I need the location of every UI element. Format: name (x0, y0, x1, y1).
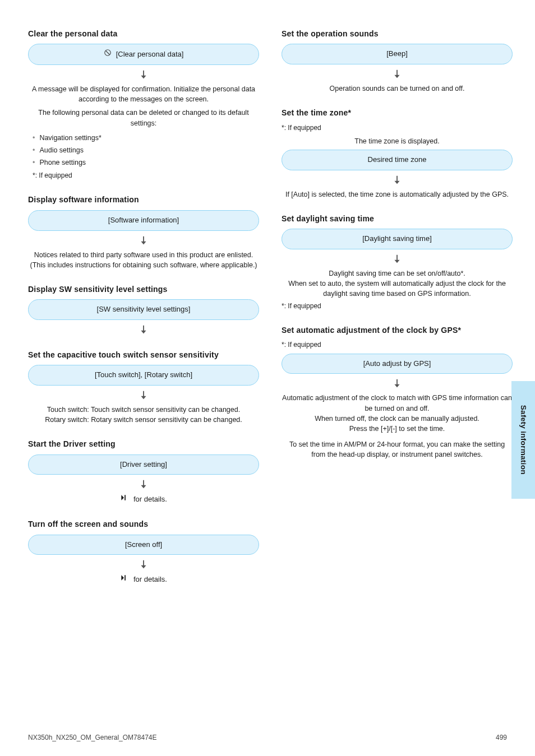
footer-doc-id: NX350h_NX250_OM_General_OM78474E (28, 733, 156, 743)
section-title: Display SW sensitivity level settings (28, 284, 259, 295)
section-screen-off: Turn off the screen and sounds [Screen o… (28, 518, 259, 585)
desc-text: Rotary switch: Rotary switch sensor sens… (28, 415, 259, 425)
desc-text: Operation sounds can be turned on and of… (282, 84, 513, 94)
arrow-down-icon (28, 558, 259, 571)
pill-label: [Driver setting] (120, 460, 167, 470)
pill-touch-rotary[interactable]: [Touch switch], [Rotary switch] (28, 365, 259, 386)
side-tab: Safety information (511, 381, 535, 499)
arrow-down-icon (282, 68, 513, 80)
pill-label: [Beep] (386, 49, 408, 59)
section-dst: Set daylight saving time [Daylight savin… (282, 213, 513, 311)
arrow-down-icon (282, 377, 513, 389)
list-item: •Audio settings (33, 144, 255, 156)
skip-text: for details. (133, 574, 167, 585)
page-body: Clear the personal data [Clear personal … (0, 0, 535, 615)
intro-text: The time zone is displayed. (282, 136, 513, 146)
footnote: *: If equipped (28, 171, 259, 180)
left-column: Clear the personal data [Clear personal … (28, 22, 259, 599)
section-gps-adjust: Set automatic adjustment of the clock by… (282, 324, 513, 460)
pill-clear-personal-data[interactable]: [Clear personal data] (28, 44, 259, 65)
arrow-down-icon (282, 253, 513, 265)
section-title: Set the time zone* (282, 107, 513, 118)
arrow-down-icon (28, 68, 259, 81)
pill-label: [Touch switch], [Rotary switch] (95, 370, 192, 381)
side-tab-label: Safety information (518, 405, 529, 475)
section-touch-sensitivity: Set the capacitive touch switch sensor s… (28, 349, 259, 425)
section-title: Clear the personal data (28, 28, 259, 39)
skip-forward-icon (120, 574, 128, 585)
section-title: Set the operation sounds (282, 28, 513, 39)
desc-text: Press the [+]/[-] to set the time. (282, 424, 513, 434)
pill-dst[interactable]: [Daylight saving time] (282, 229, 513, 249)
pill-screen-off[interactable]: [Screen off] (28, 535, 259, 555)
skip-forward-icon (120, 494, 128, 505)
desc-text: Automatic adjustment of the clock to mat… (282, 393, 513, 413)
section-title: Set the capacitive touch switch sensor s… (28, 349, 259, 360)
ban-icon (104, 49, 112, 60)
arrow-down-icon (28, 234, 259, 247)
desc-text: When set to auto, the system will automa… (282, 279, 513, 299)
pill-software-info[interactable]: [Software information] (28, 210, 259, 231)
pill-timezone[interactable]: Desired time zone (282, 150, 513, 170)
pill-sw-sensitivity[interactable]: [SW sensitivity level settings] (28, 299, 259, 320)
desc-text: The following personal data can be delet… (28, 108, 259, 128)
desc-text: Daylight saving time can be set on/off/a… (282, 268, 513, 279)
desc-text: Notices related to third party software … (28, 250, 259, 270)
pill-driver-setting[interactable]: [Driver setting] (28, 454, 259, 475)
skip-reference: for details. (28, 574, 259, 585)
skip-text: for details. (133, 494, 167, 505)
section-driver-setting: Start the Driver setting [Driver setting… (28, 438, 259, 505)
pill-label: Desired time zone (368, 155, 427, 165)
desc-text: When turned off, the clock can be manual… (282, 414, 513, 424)
desc-text: If [Auto] is selected, the time zone is … (282, 189, 513, 200)
pill-label: [SW sensitivity level settings] (97, 304, 191, 315)
arrow-down-icon (28, 389, 259, 401)
desc-text: To set the time in AM/PM or 24-hour form… (282, 439, 513, 460)
desc-text: Touch switch: Touch switch sensor sensit… (28, 405, 259, 415)
section-software-info: Display software information [Software i… (28, 194, 259, 270)
page-footer: NX350h_NX250_OM_General_OM78474E 499 (0, 733, 535, 743)
section-title: Set automatic adjustment of the clock by… (282, 324, 513, 336)
section-timezone: Set the time zone* *: If equipped The ti… (282, 107, 513, 200)
svg-line-1 (105, 51, 109, 55)
pill-beep[interactable]: [Beep] (282, 44, 513, 64)
pill-label: [Auto adjust by GPS] (363, 359, 431, 369)
personal-data-list: •Navigation settings* •Audio settings •P… (28, 132, 259, 169)
section-beep: Set the operation sounds [Beep] Operatio… (282, 28, 513, 94)
footnote: *: If equipped (282, 123, 513, 133)
arrow-down-icon (282, 174, 513, 186)
pill-gps-adjust[interactable]: [Auto adjust by GPS] (282, 354, 513, 374)
section-clear-personal-data: Clear the personal data [Clear personal … (28, 28, 259, 180)
pill-label: [Screen off] (125, 540, 162, 550)
footer-page-number: 499 (496, 733, 507, 743)
section-title: Set daylight saving time (282, 213, 513, 224)
section-title: Turn off the screen and sounds (28, 518, 259, 530)
section-title: Start the Driver setting (28, 438, 259, 449)
list-item: •Navigation settings* (33, 132, 255, 144)
right-column: Set the operation sounds [Beep] Operatio… (282, 22, 513, 599)
pill-label: [Daylight saving time] (362, 234, 432, 244)
pill-label: [Clear personal data] (116, 49, 184, 60)
section-sw-sensitivity: Display SW sensitivity level settings [S… (28, 284, 259, 336)
list-item: •Phone settings (33, 156, 255, 169)
pill-label: [Software information] (108, 215, 179, 226)
footnote: *: If equipped (282, 340, 513, 350)
footnote: *: If equipped (282, 302, 513, 311)
arrow-down-icon (28, 478, 259, 490)
arrow-down-icon (28, 323, 259, 336)
section-title: Display software information (28, 194, 259, 205)
desc-text: A message will be displayed for confirma… (28, 84, 259, 104)
skip-reference: for details. (28, 494, 259, 505)
